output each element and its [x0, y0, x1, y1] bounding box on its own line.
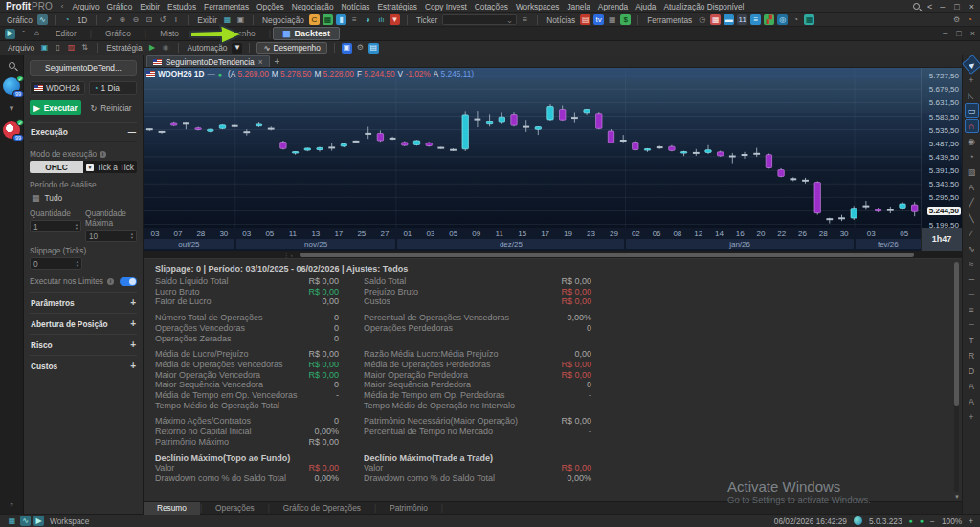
zoom-out-icon[interactable]: ⊖: [130, 14, 141, 25]
menu-copy-invest[interactable]: Copy Invest: [425, 2, 467, 11]
magnet-tool[interactable]: ∩: [965, 119, 979, 133]
calculator-icon[interactable]: ▦: [804, 14, 814, 25]
window-menu-icon[interactable]: ▶: [5, 29, 15, 39]
menu-janela[interactable]: Janela: [567, 2, 590, 11]
results-scrollbar-handle[interactable]: [954, 262, 959, 406]
menu-estrategias[interactable]: Estratégias: [378, 2, 418, 11]
qty-input[interactable]: 1 ▴▾: [30, 220, 81, 232]
collapse-up-icon[interactable]: ˆ: [18, 29, 29, 39]
results-tab-grafico-de-operacoes[interactable]: Gráfico de Operações: [270, 502, 374, 515]
menu-atualizacao-disponivel[interactable]: Atualização Disponível: [663, 2, 744, 11]
add-tab-icon[interactable]: +: [275, 56, 280, 67]
tv-icon[interactable]: tv: [593, 14, 604, 25]
execucao-section-header[interactable]: Execução—: [30, 122, 137, 142]
line-segment-tool[interactable]: ╲: [965, 210, 979, 225]
section-custos[interactable]: Custos+: [30, 355, 137, 376]
app-icon-red[interactable]: ✓ 99: [3, 121, 20, 139]
lock-icon[interactable]: ▣: [342, 43, 352, 54]
panel-icon[interactable]: ▬: [724, 14, 734, 25]
menu-grafico[interactable]: Gráfico: [107, 2, 133, 11]
zoom-area-icon[interactable]: ⊡: [144, 14, 154, 25]
expand-plus-icon[interactable]: +: [130, 361, 136, 371]
sort-icon[interactable]: ⇅: [79, 43, 90, 54]
ticker-list-icon[interactable]: ≡: [520, 14, 530, 25]
menu-noticias[interactable]: Notícias: [342, 2, 370, 11]
compass-icon[interactable]: ◎: [777, 14, 788, 25]
mode-ohlc-option[interactable]: OHLC: [30, 161, 83, 173]
chevron-down-icon[interactable]: ▾: [10, 103, 14, 113]
orders-list-icon[interactable]: ≡: [349, 14, 360, 25]
stepper-icons[interactable]: ▴▾: [76, 223, 78, 230]
fib-retracement-tool[interactable]: ≡: [965, 302, 979, 317]
results-tab-operacoes[interactable]: Operações: [202, 502, 268, 515]
zoom-out-button[interactable]: −: [930, 516, 935, 526]
visibility-tool[interactable]: ◉: [965, 134, 979, 148]
info-icon[interactable]: i: [100, 151, 106, 158]
symbol-chip[interactable]: WDOH26: [30, 81, 85, 95]
close-tab-icon[interactable]: ×: [258, 57, 263, 67]
edit-drawing-tool[interactable]: ▨: [965, 165, 979, 179]
wave-tool[interactable]: ∿: [965, 241, 979, 255]
heatmap-icon[interactable]: ▦: [710, 14, 721, 25]
slippage-input[interactable]: 0 ▴▾: [30, 257, 82, 270]
menu-aprenda[interactable]: Aprenda: [598, 2, 628, 11]
app-icon-blue[interactable]: ✓ 99: [3, 77, 20, 95]
channel-tool[interactable]: ≈: [965, 256, 979, 271]
search-icon[interactable]: [913, 3, 920, 10]
report-icon[interactable]: ▤: [368, 43, 379, 54]
menu-ajuda[interactable]: Ajuda: [635, 2, 656, 11]
zoom-reset-icon[interactable]: ↺: [157, 14, 167, 25]
timeframe-label[interactable]: 1D: [78, 15, 88, 25]
text-tool[interactable]: T: [965, 333, 979, 347]
panel-minimize-button[interactable]: –: [943, 29, 947, 38]
expand-plus-icon[interactable]: +: [130, 297, 136, 308]
panel-close-button[interactable]: ×: [970, 29, 975, 38]
panel-restore-button[interactable]: □: [956, 29, 961, 38]
calendar-icon[interactable]: 11: [737, 14, 747, 25]
ray-tool[interactable]: ∕: [965, 226, 979, 240]
chart-window-icon[interactable]: ∿: [37, 14, 48, 25]
chart-area[interactable]: WDOH26 1D — ● (A 5.269,00M 5.278,50M 5.2…: [144, 68, 962, 228]
angle-tool[interactable]: A: [965, 379, 979, 393]
workspace-tab-grafico[interactable]: Gráfico: [94, 28, 143, 39]
stepper-icons[interactable]: ▴▾: [131, 232, 133, 239]
mosaic-icon[interactable]: ▦: [607, 14, 617, 25]
record-icon[interactable]: ◉: [161, 43, 171, 54]
results-scrollbar-track[interactable]: [954, 262, 959, 492]
times-trades-icon[interactable]: ▮: [336, 14, 346, 25]
stepper-icons[interactable]: ▴▾: [77, 260, 78, 267]
shield-icon[interactable]: ▼: [390, 14, 400, 25]
annotation-tool[interactable]: A: [965, 180, 979, 194]
mode-tick-option[interactable]: ▼ Tick a Tick: [83, 161, 137, 173]
cursor-tool[interactable]: ►: [961, 55, 980, 75]
ruler-tool[interactable]: R: [965, 348, 979, 362]
zoom-in-icon[interactable]: ⊕: [117, 14, 127, 25]
crosshair-tool[interactable]: +: [965, 73, 979, 87]
qty-max-input[interactable]: 10 ▴▾: [85, 230, 137, 242]
results-tab-resumo[interactable]: Resumo: [144, 502, 200, 515]
settings-gear-icon[interactable]: ⚙: [951, 14, 962, 25]
candlestick-plot[interactable]: WDOH26 1D — ● (A 5.269,00M 5.278,50M 5.2…: [144, 68, 921, 228]
signal-bars-icon[interactable]: ılı: [376, 14, 387, 25]
boleta-icon[interactable]: C: [309, 14, 320, 25]
trendline-tool[interactable]: ╱: [965, 195, 979, 209]
info-icon[interactable]: i: [107, 278, 114, 285]
window-minimize-button[interactable]: –: [940, 2, 945, 11]
menu-workspaces[interactable]: Workspaces: [516, 2, 560, 11]
clock-pie-icon[interactable]: ◕: [363, 14, 373, 25]
usage-donut-icon[interactable]: ◔: [965, 14, 975, 25]
parallel-lines-tool[interactable]: ═: [965, 287, 979, 301]
percent-tool[interactable]: ◔: [965, 149, 979, 164]
alarm-icon[interactable]: ◔: [791, 14, 801, 25]
strategy-name-button[interactable]: SeguimentoDeTend...: [30, 60, 137, 76]
chart-scrollbar-handle[interactable]: [300, 253, 914, 257]
open-folder-icon[interactable]: ▨: [66, 43, 77, 54]
horizontal-line-tool[interactable]: ─: [965, 272, 979, 286]
add-indicator-tool[interactable]: +: [965, 409, 979, 424]
section-abertura-de-posicao[interactable]: Abertura de Posição+: [30, 313, 137, 334]
zoom-in-button[interactable]: +: [969, 516, 973, 526]
clock-icon[interactable]: ◔: [62, 14, 73, 25]
editor-thumb-icon[interactable]: ▶: [33, 516, 44, 526]
workspace-label[interactable]: Workspace: [50, 516, 89, 526]
chart-scrollbar-track[interactable]: ⋮ ‹: [144, 251, 962, 259]
